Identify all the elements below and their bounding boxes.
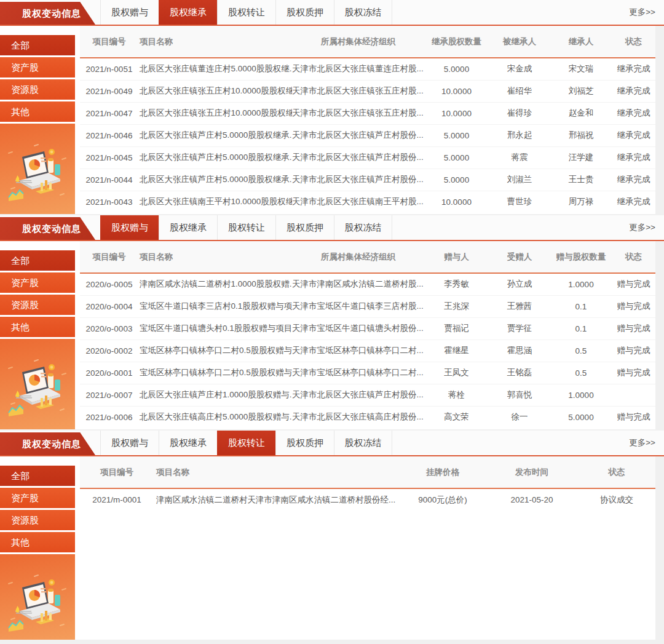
- table-cell: 9000元(总价): [400, 488, 486, 511]
- table-row[interactable]: 2020/o-0001宝坻区林亭口镇林亭口二村0.5股股权赠与...天津市宝坻区…: [80, 362, 655, 384]
- tab-list: 股权赠与股权继承股权转让股权质押股权冻结: [100, 215, 392, 240]
- table-row[interactable]: 2020/o-0002宝坻区林亭口镇林亭口二村0.5股股权赠与...天津市宝坻区…: [80, 340, 655, 362]
- more-link[interactable]: 更多>>: [629, 215, 655, 240]
- tab-股权冻结[interactable]: 股权冻结: [334, 431, 392, 455]
- table-cell: 1.0000: [550, 384, 612, 406]
- table-cell: 徐一: [489, 406, 550, 428]
- table-cell: 0.5: [550, 340, 612, 362]
- table-cell: 天津市北辰区大张庄镇董连庄村股...: [292, 58, 424, 80]
- table-panel: 项目编号项目名称所属村集体经济组织赠与人受赠人赠与股权数量状态 2020/o-0…: [80, 241, 655, 429]
- section-equity-gift: 股权变动信息 股权赠与股权继承股权转让股权质押股权冻结 更多>> 全部资产股资源…: [0, 215, 664, 429]
- tab-股权质押[interactable]: 股权质押: [275, 0, 334, 25]
- table-cell: 2021/o-0006: [80, 406, 138, 428]
- section-equity-transfer: 股权变动信息 股权赠与股权继承股权转让股权质押股权冻结 更多>> 全部资产股资源…: [0, 431, 664, 640]
- table-row[interactable]: 2021/n-0043北辰区大张庄镇南王平村10.0000股股权继...天津市北…: [80, 191, 655, 213]
- table-cell: 2020/o-0001: [80, 362, 138, 384]
- section-body: 全部资产股资源股其他: [0, 241, 655, 429]
- tab-股权转让[interactable]: 股权转让: [217, 0, 275, 25]
- table-cell: 赠与完成: [612, 295, 655, 317]
- table-cell: 天津市宝坻区牛道口镇李三店村股...: [292, 295, 424, 317]
- sidebar-item-全部[interactable]: 全部: [0, 466, 75, 486]
- more-link[interactable]: 更多>>: [629, 0, 655, 25]
- table-panel: 项目编号项目名称所属村集体经济组织继承股权数量被继承人继承人状态 2021/n-…: [80, 26, 655, 214]
- table-cell: 5.0000: [424, 146, 489, 169]
- table-cell: 刘淑兰: [489, 169, 550, 191]
- section-tab-bar: 股权变动信息 股权赠与股权继承股权转让股权质押股权冻结 更多>>: [0, 0, 664, 26]
- table-cell: 贾福记: [424, 317, 489, 340]
- sidebar-item-其他[interactable]: 其他: [0, 317, 75, 337]
- table-row[interactable]: 2021/n-0046北辰区大张庄镇芦庄村5.0000股股权继承...天津市北辰…: [80, 124, 655, 146]
- column-header-继承人: 继承人: [550, 26, 612, 58]
- table-cell: 继承完成: [612, 102, 655, 124]
- table-cell: 0.5: [550, 362, 612, 384]
- sidebar-illustration-panel: [0, 339, 75, 429]
- column-header-所属村集体经济组织: 所属村集体经济组织: [292, 241, 424, 273]
- laptop-analytics-illustration: [4, 356, 71, 429]
- tab-股权赠与[interactable]: 股权赠与: [100, 215, 159, 240]
- table-row[interactable]: 2021/m-0001津南区咸水沽镇二道桥村天津市津南区咸水沽镇二道桥村股份经.…: [80, 488, 655, 511]
- page-root: 股权变动信息 股权赠与股权继承股权转让股权质押股权冻结 更多>> 全部资产股资源…: [0, 0, 664, 640]
- table-row[interactable]: 2021/n-0049北辰区大张庄镇张五庄村10.0000股股权继...天津市北…: [80, 80, 655, 102]
- table-cell: 王凤文: [424, 362, 489, 384]
- sidebar-item-资源股[interactable]: 资源股: [0, 510, 75, 530]
- table-cell: 1.0000: [550, 273, 612, 295]
- tab-股权质押[interactable]: 股权质押: [275, 215, 334, 240]
- table-cell: 曹世珍: [489, 191, 550, 213]
- table-cell: 北辰区大张庄镇董连庄村5.0000股股权继...: [138, 58, 292, 80]
- column-header-赠与人: 赠与人: [424, 241, 489, 273]
- table-cell: 赵金和: [550, 102, 612, 124]
- table-row[interactable]: 2021/n-0047北辰区大张庄镇张五庄村10.0000股股权继...天津市北…: [80, 102, 655, 124]
- table-row[interactable]: 2020/o-0004宝坻区牛道口镇李三店村0.1股股权赠与项目天津市宝坻区牛道…: [80, 295, 655, 317]
- table-cell: 协议成交: [578, 488, 655, 511]
- sidebar-item-资产股[interactable]: 资产股: [0, 57, 75, 78]
- tab-股权继承[interactable]: 股权继承: [159, 0, 217, 25]
- records-table: 项目编号项目名称挂牌价格发布时间状态 2021/m-0001津南区咸水沽镇二道桥…: [80, 456, 655, 511]
- sidebar-item-资源股[interactable]: 资源股: [0, 295, 75, 315]
- tab-股权冻结[interactable]: 股权冻结: [334, 0, 392, 25]
- table-row[interactable]: 2021/n-0045北辰区大张庄镇芦庄村5.0000股股权继承...天津市北辰…: [80, 146, 655, 169]
- table-cell: 天津市北辰区大张庄镇芦庄村股份...: [292, 124, 424, 146]
- laptop-analytics-illustration: [4, 571, 71, 640]
- sidebar-item-其他[interactable]: 其他: [0, 101, 75, 122]
- table-cell: 宋文瑞: [550, 58, 612, 80]
- table-row[interactable]: 2021/n-0044北辰区大张庄镇芦庄村5.0000股股权继承...天津市北辰…: [80, 169, 655, 191]
- tab-股权转让[interactable]: 股权转让: [217, 215, 275, 240]
- table-cell: 高文荣: [424, 406, 489, 428]
- section-tab-bar: 股权变动信息 股权赠与股权继承股权转让股权质押股权冻结 更多>>: [0, 215, 664, 241]
- sidebar-item-资产股[interactable]: 资产股: [0, 488, 75, 508]
- sidebar-item-全部[interactable]: 全部: [0, 35, 75, 55]
- tab-股权冻结[interactable]: 股权冻结: [334, 215, 392, 240]
- page-title: 股权变动信息: [22, 439, 81, 449]
- table-cell: 天津市北辰区大张庄镇高庄村股份...: [292, 406, 424, 428]
- tab-股权继承[interactable]: 股权继承: [159, 215, 217, 240]
- section-body: 全部资产股资源股其他: [0, 456, 655, 640]
- sidebar-item-资产股[interactable]: 资产股: [0, 272, 75, 293]
- tab-股权赠与[interactable]: 股权赠与: [100, 0, 159, 25]
- table-row[interactable]: 2020/o-0003宝坻区牛道口镇塘头村0.1股股权赠与项目天津市宝坻区牛道口…: [80, 317, 655, 340]
- table-cell: 王铭磊: [489, 362, 550, 384]
- table-cell: [612, 384, 655, 406]
- table-cell: 2021/n-0044: [80, 169, 138, 191]
- sidebar-illustration-panel: [0, 554, 75, 640]
- table-cell: 蒋震: [489, 146, 550, 169]
- tab-股权继承[interactable]: 股权继承: [159, 431, 217, 455]
- sidebar-item-其他[interactable]: 其他: [0, 532, 75, 552]
- table-cell: 继承完成: [612, 169, 655, 191]
- tab-股权转让[interactable]: 股权转让: [217, 431, 275, 455]
- tab-股权质押[interactable]: 股权质押: [275, 431, 334, 455]
- table-row[interactable]: 2021/n-0051北辰区大张庄镇董连庄村5.0000股股权继...天津市北辰…: [80, 58, 655, 80]
- more-link[interactable]: 更多>>: [629, 431, 655, 455]
- table-cell: 王雅茜: [489, 295, 550, 317]
- sidebar-item-全部[interactable]: 全部: [0, 250, 75, 271]
- section-tab-bar: 股权变动信息 股权赠与股权继承股权转让股权质押股权冻结 更多>>: [0, 431, 664, 456]
- column-header-状态: 状态: [612, 26, 655, 58]
- tab-股权赠与[interactable]: 股权赠与: [100, 431, 159, 455]
- table-row[interactable]: 2021/o-0007北辰区大张庄镇芦庄村1.0000股股权赠与...天津市北辰…: [80, 384, 655, 406]
- table-row[interactable]: 2020/o-0005津南区咸水沽镇二道桥村1.0000股股权赠...天津市津南…: [80, 273, 655, 295]
- table-cell: 北辰区大张庄镇芦庄村1.0000股股权赠与...: [138, 384, 292, 406]
- table-row[interactable]: 2021/o-0006北辰区大张庄镇高庄村5.0000股股权赠与...天津市北辰…: [80, 406, 655, 428]
- column-header-项目名称: 项目名称: [154, 456, 400, 488]
- sidebar-item-资源股[interactable]: 资源股: [0, 79, 75, 100]
- category-sidebar: 全部资产股资源股其他: [0, 241, 75, 429]
- column-header-挂牌价格: 挂牌价格: [400, 456, 486, 488]
